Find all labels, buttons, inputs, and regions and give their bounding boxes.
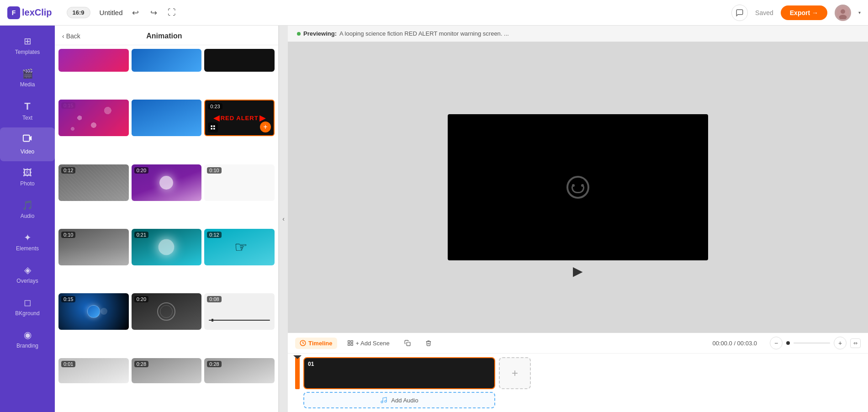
duration-badge-15: 0:28: [207, 361, 221, 367]
sidebar-item-branding[interactable]: ◉ Branding: [0, 323, 55, 355]
collapse-panel-tab[interactable]: ‹: [279, 26, 288, 412]
delete-scene-button[interactable]: [421, 338, 436, 349]
video-thumb-8[interactable]: 0:21: [132, 229, 202, 265]
sidebar-item-templates[interactable]: ⊞ Templates: [0, 29, 55, 62]
zoom-slider[interactable]: [794, 343, 830, 343]
audio-icon: 🎵: [22, 200, 33, 211]
app-logo: F lexClip: [7, 6, 52, 19]
app-name: lexClip: [22, 7, 52, 18]
right-section: Previewing: A looping science fiction RE…: [288, 26, 868, 412]
top-bar: F lexClip 16:9 Untitled ↩ ↪ ⛶ Saved Expo…: [0, 0, 868, 26]
video-thumb-9[interactable]: 0:12 ☞: [204, 229, 275, 265]
video-thumb-7[interactable]: 0:10: [58, 229, 129, 265]
back-chevron-icon: ‹: [62, 32, 64, 40]
scene-track-row: 01 +: [295, 357, 531, 389]
duration-badge-5: 0:20: [134, 167, 148, 174]
add-audio-track[interactable]: Add Audio: [303, 392, 495, 408]
logo-icon: F: [7, 6, 20, 19]
audio-track-row: Add Audio: [303, 392, 531, 408]
redo-button[interactable]: ↪: [146, 5, 161, 20]
photo-icon: 🖼: [23, 168, 32, 178]
back-button[interactable]: ‹ Back: [62, 32, 80, 40]
play-button[interactable]: ▶: [573, 264, 583, 279]
sidebar-item-label-bkground: BKground: [15, 310, 39, 317]
video-thumb-12[interactable]: 0:08: [204, 293, 275, 330]
duration-badge-13: 0:01: [61, 361, 75, 367]
zoom-in-button[interactable]: +: [834, 337, 847, 349]
video-thumb-1[interactable]: 0:15: [58, 100, 129, 136]
video-thumb-4[interactable]: 0:12: [58, 164, 129, 201]
preview-status-dot: [297, 32, 301, 36]
video-thumb-2[interactable]: 0:13: [132, 100, 202, 136]
media-icon: 🎬: [22, 68, 33, 79]
sidebar-item-label-branding: Branding: [16, 343, 38, 349]
video-frame-wrapper: ▶: [448, 114, 708, 260]
fit-button[interactable]: ⇔: [850, 338, 861, 348]
duration-badge-14: 0:28: [134, 361, 148, 367]
video-thumb-10[interactable]: 0:15: [58, 293, 129, 330]
video-thumb-partial2[interactable]: [132, 49, 202, 72]
export-button[interactable]: Export →: [781, 5, 827, 20]
sidebar-item-overlays[interactable]: ◈ Overlays: [0, 258, 55, 291]
sidebar-item-label-video: Video: [21, 148, 34, 155]
video-thumb-15[interactable]: 0:28: [204, 358, 275, 383]
duration-badge-7: 0:10: [61, 232, 75, 238]
video-thumb-6[interactable]: 0:10: [204, 164, 275, 201]
svg-rect-3: [23, 135, 30, 142]
sidebar-item-text[interactable]: T Text: [0, 94, 55, 127]
sidebar-item-label-media: Media: [20, 81, 35, 88]
sidebar-item-audio[interactable]: 🎵 Audio: [0, 193, 55, 226]
fullscreen-button[interactable]: ⛶: [164, 5, 179, 20]
preview-btn-3[interactable]: [208, 122, 218, 132]
sidebar-item-label-photo: Photo: [20, 180, 34, 187]
duration-badge-10: 0:15: [61, 296, 75, 302]
chat-button[interactable]: [731, 5, 748, 21]
add-scene-button[interactable]: + Add Scene: [343, 338, 394, 349]
undo-button[interactable]: ↩: [128, 5, 143, 20]
preview-description: A looping science fiction RED ALERT moni…: [339, 30, 509, 37]
video-thumb-partial3[interactable]: [204, 49, 275, 72]
preview-info-bar: Previewing: A looping science fiction RE…: [288, 26, 868, 42]
elements-icon: ✦: [24, 232, 32, 243]
add-scene-label: + Add Scene: [356, 340, 390, 347]
overlays-icon: ◈: [24, 264, 31, 275]
top-bar-right: Saved Export → ▾: [731, 5, 861, 21]
aspect-ratio-badge[interactable]: 16:9: [67, 7, 90, 18]
video-thumb-5[interactable]: 0:20: [132, 164, 202, 201]
preview-canvas-area: ▶: [288, 42, 868, 333]
svg-rect-12: [348, 343, 349, 345]
sidebar-item-photo[interactable]: 🖼 Photo: [0, 161, 55, 193]
svg-rect-14: [407, 342, 410, 346]
animation-panel: ‹ Back Animation 0:15 0:13: [55, 26, 279, 412]
svg-rect-11: [351, 341, 353, 343]
panel-title: Animation: [85, 32, 243, 40]
bkground-icon: ◻: [24, 297, 32, 308]
svg-rect-13: [351, 343, 353, 345]
video-thumb-14[interactable]: 0:28: [132, 358, 202, 383]
scene-number-1: 01: [308, 361, 314, 367]
svg-rect-7: [211, 128, 213, 130]
saved-status: Saved: [755, 9, 773, 16]
zoom-out-button[interactable]: −: [770, 337, 783, 349]
video-thumb-11[interactable]: 0:20: [132, 293, 202, 330]
duplicate-scene-button[interactable]: [400, 338, 415, 349]
video-icon: [22, 134, 32, 146]
svg-rect-6: [213, 126, 215, 127]
sidebar-item-elements[interactable]: ✦ Elements: [0, 226, 55, 258]
templates-icon: ⊞: [24, 36, 32, 47]
avatar[interactable]: [835, 5, 851, 21]
video-frame: [448, 114, 708, 260]
sidebar-item-bkground[interactable]: ◻ BKground: [0, 291, 55, 323]
video-thumb-13[interactable]: 0:01: [58, 358, 129, 383]
sidebar-item-video[interactable]: Video: [0, 127, 55, 161]
sidebar-item-media[interactable]: 🎬 Media: [0, 62, 55, 94]
sidebar-item-label-audio: Audio: [21, 213, 35, 219]
video-thumb-partial1[interactable]: [58, 49, 129, 72]
scene-block-1[interactable]: 01: [303, 357, 495, 389]
avatar-chevron-icon[interactable]: ▾: [858, 10, 861, 15]
add-scene-btn[interactable]: +: [499, 357, 531, 389]
sidebar-item-label-elements: Elements: [16, 245, 39, 252]
timeline-tab[interactable]: Timeline: [295, 338, 337, 349]
project-title[interactable]: Untitled: [100, 9, 123, 16]
video-thumb-3[interactable]: 0:23 ◀ RED ALERT ▶ +: [204, 100, 275, 136]
